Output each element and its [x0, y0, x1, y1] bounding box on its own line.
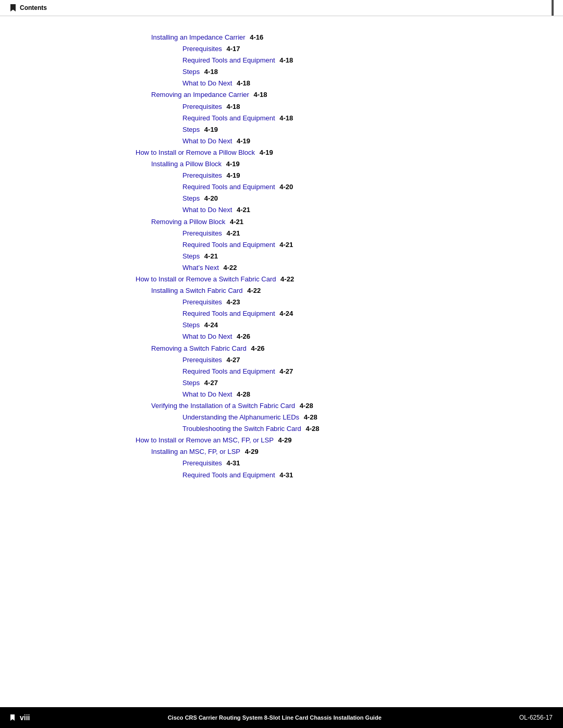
toc-item[interactable]: Installing an MSC, FP, or LSP 4-29 — [31, 446, 532, 458]
toc-link[interactable]: Steps — [182, 377, 200, 389]
toc-link[interactable]: What to Do Next — [182, 204, 232, 216]
toc-item[interactable]: How to Install or Remove a Switch Fabric… — [31, 274, 532, 285]
toc-link[interactable]: Prerequisites — [182, 101, 222, 113]
toc-link[interactable]: Understanding the Alphanumeric LEDs — [182, 412, 299, 423]
toc-link[interactable]: Required Tools and Equipment — [182, 308, 275, 319]
toc-link[interactable]: Installing a Switch Fabric Card — [151, 285, 243, 297]
top-bar: Contents — [0, 0, 563, 16]
toc-item[interactable]: Steps 4-18 — [31, 66, 532, 78]
toc-item[interactable]: What to Do Next 4-19 — [31, 135, 532, 147]
toc-item[interactable]: Required Tools and Equipment 4-18 — [31, 55, 532, 66]
toc-item[interactable]: Installing a Pillow Block 4-19 — [31, 158, 532, 170]
toc-link[interactable]: Required Tools and Equipment — [182, 366, 275, 377]
toc-page: 4-18 — [225, 101, 240, 113]
toc-item[interactable]: Installing a Switch Fabric Card 4-22 — [31, 285, 532, 297]
toc-link[interactable]: Installing an MSC, FP, or LSP — [151, 446, 240, 458]
toc-item[interactable]: What’s Next 4-22 — [31, 262, 532, 274]
toc-page: 4-24 — [278, 308, 293, 319]
toc-link[interactable]: What’s Next — [182, 262, 219, 274]
toc-link[interactable]: How to Install or Remove a Pillow Block — [136, 147, 255, 158]
toc-item[interactable]: Steps 4-27 — [31, 377, 532, 389]
toc-page: 4-21 — [278, 239, 293, 251]
toc-item[interactable]: Removing an Impedance Carrier 4-18 — [31, 89, 532, 101]
toc-page: 4-19 — [235, 135, 250, 147]
toc-page: 4-23 — [225, 297, 240, 308]
footer: viii Cisco CRS Carrier Routing System 8-… — [0, 707, 563, 728]
toc-page: 4-26 — [249, 343, 265, 354]
toc-item[interactable]: What to Do Next 4-18 — [31, 78, 532, 89]
toc-link[interactable]: Prerequisites — [182, 170, 222, 181]
toc-page: 4-28 — [235, 389, 250, 400]
toc-link[interactable]: Prerequisites — [182, 458, 222, 469]
toc-page: 4-19 — [258, 147, 273, 158]
toc-item[interactable]: Required Tools and Equipment 4-24 — [31, 308, 532, 319]
toc-page: 4-21 — [235, 204, 250, 216]
toc-item[interactable]: Required Tools and Equipment 4-20 — [31, 181, 532, 193]
toc-item[interactable]: How to Install or Remove an MSC, FP, or … — [31, 435, 532, 446]
toc-item[interactable]: Prerequisites 4-31 — [31, 458, 532, 469]
toc-link[interactable]: What to Do Next — [182, 135, 232, 147]
toc-page: 4-26 — [235, 331, 250, 342]
toc-item[interactable]: Required Tools and Equipment 4-18 — [31, 113, 532, 124]
toc-link[interactable]: Required Tools and Equipment — [182, 239, 275, 251]
toc-item[interactable]: Steps 4-19 — [31, 124, 532, 135]
toc-link[interactable]: Installing a Pillow Block — [151, 158, 222, 170]
toc-item[interactable]: Prerequisites 4-19 — [31, 170, 532, 181]
toc-item[interactable]: Installing an Impedance Carrier 4-16 — [31, 32, 532, 43]
toc-link[interactable]: Steps — [182, 193, 200, 204]
toc-item[interactable]: Required Tools and Equipment 4-21 — [31, 239, 532, 251]
toc-link[interactable]: Steps — [182, 251, 200, 262]
toc-link[interactable]: How to Install or Remove a Switch Fabric… — [136, 274, 276, 285]
toc-page: 4-18 — [252, 89, 267, 101]
toc-item[interactable]: Required Tools and Equipment 4-31 — [31, 470, 532, 481]
footer-bookmark-icon — [10, 714, 15, 721]
toc-link[interactable]: Required Tools and Equipment — [182, 470, 275, 481]
toc-link[interactable]: What to Do Next — [182, 331, 232, 342]
toc-link[interactable]: Required Tools and Equipment — [182, 55, 275, 66]
toc-page: 4-24 — [202, 319, 218, 331]
toc-item[interactable]: Steps 4-20 — [31, 193, 532, 204]
toc-link[interactable]: How to Install or Remove an MSC, FP, or … — [136, 435, 274, 446]
toc-item[interactable]: Verifying the Installation of a Switch F… — [31, 400, 532, 412]
toc-item[interactable]: Removing a Switch Fabric Card 4-26 — [31, 343, 532, 354]
footer-doc-id: OL-6256-17 — [519, 714, 553, 721]
toc-link[interactable]: What to Do Next — [182, 389, 232, 400]
toc-link[interactable]: Required Tools and Equipment — [182, 113, 275, 124]
toc-link[interactable]: Steps — [182, 319, 200, 331]
toc-link[interactable]: What to Do Next — [182, 78, 232, 89]
toc-item[interactable]: Prerequisites 4-27 — [31, 354, 532, 366]
toc-item[interactable]: Steps 4-21 — [31, 251, 532, 262]
toc-link[interactable]: Prerequisites — [182, 43, 222, 55]
toc-item[interactable]: Steps 4-24 — [31, 319, 532, 331]
toc-link[interactable]: Troubleshooting the Switch Fabric Card — [182, 423, 301, 435]
toc-page: 4-20 — [202, 193, 218, 204]
toc-link[interactable]: Prerequisites — [182, 228, 222, 239]
toc-link[interactable]: Installing an Impedance Carrier — [151, 32, 246, 43]
contents-label: Contents — [20, 4, 47, 11]
toc-link[interactable]: Removing an Impedance Carrier — [151, 89, 249, 101]
toc-link[interactable]: Prerequisites — [182, 354, 222, 366]
toc-link[interactable]: Steps — [182, 124, 200, 135]
toc-item[interactable]: What to Do Next 4-28 — [31, 389, 532, 400]
toc-item[interactable]: How to Install or Remove a Pillow Block … — [31, 147, 532, 158]
toc-link[interactable]: Removing a Switch Fabric Card — [151, 343, 247, 354]
toc-link[interactable]: Prerequisites — [182, 297, 222, 308]
toc-link[interactable]: Required Tools and Equipment — [182, 181, 275, 193]
toc-item[interactable]: What to Do Next 4-21 — [31, 204, 532, 216]
toc-item[interactable]: Understanding the Alphanumeric LEDs 4-28 — [31, 412, 532, 423]
toc-item[interactable]: Prerequisites 4-21 — [31, 228, 532, 239]
toc-link[interactable]: Removing a Pillow Block — [151, 216, 225, 228]
toc-page: 4-27 — [202, 377, 218, 389]
toc-item[interactable]: Troubleshooting the Switch Fabric Card 4… — [31, 423, 532, 435]
toc-item[interactable]: What to Do Next 4-26 — [31, 331, 532, 342]
toc-item[interactable]: Required Tools and Equipment 4-27 — [31, 366, 532, 377]
toc-item[interactable]: Prerequisites 4-23 — [31, 297, 532, 308]
toc-item[interactable]: Removing a Pillow Block 4-21 — [31, 216, 532, 228]
toc-link[interactable]: Verifying the Installation of a Switch F… — [151, 400, 295, 412]
toc-page: 4-22 — [278, 274, 294, 285]
toc-item[interactable]: Prerequisites 4-18 — [31, 101, 532, 113]
toc-link[interactable]: Steps — [182, 66, 200, 78]
toc-page: 4-29 — [276, 435, 292, 446]
toc-page: 4-18 — [202, 66, 218, 78]
toc-item[interactable]: Prerequisites 4-17 — [31, 43, 532, 55]
